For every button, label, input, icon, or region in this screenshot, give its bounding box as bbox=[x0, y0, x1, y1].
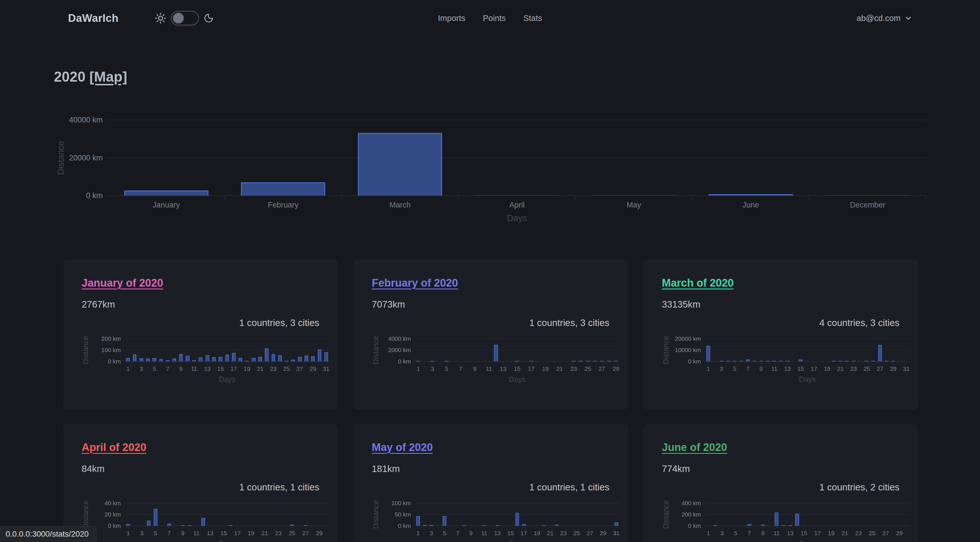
x-tick-label: 23 bbox=[570, 366, 577, 372]
y-tick-label: 100 km bbox=[391, 500, 411, 507]
x-tick-label: 27 bbox=[302, 530, 309, 537]
x-tick-label: 19 bbox=[243, 366, 250, 372]
x-tick-label: 15 bbox=[220, 530, 227, 537]
month-link-april[interactable]: April of 2020 bbox=[82, 441, 146, 453]
bar-day-28 bbox=[885, 361, 888, 361]
y-axis-title: Distance bbox=[371, 500, 380, 529]
x-tick bbox=[735, 361, 735, 364]
bar-day-12 bbox=[779, 361, 783, 361]
x-tick bbox=[523, 526, 524, 528]
x-tick bbox=[446, 361, 447, 364]
x-tick bbox=[460, 361, 461, 364]
theme-toggle-switch[interactable] bbox=[171, 11, 199, 25]
x-tick-label: 17 bbox=[520, 530, 527, 537]
y-tick-label: 0 km bbox=[108, 358, 121, 365]
bar-day-12 bbox=[494, 345, 498, 361]
daily-distance-chart-april: 0 km20 km40 km1357911131517192123252729D… bbox=[125, 503, 329, 526]
x-tick bbox=[708, 526, 709, 528]
daily-distance-chart-june: 0 km200 km400 km135791113151719212325272… bbox=[705, 503, 910, 526]
x-tick bbox=[602, 361, 602, 364]
bar-day-1 bbox=[416, 516, 420, 526]
x-tick-label: 5 bbox=[153, 366, 156, 372]
y-tick-label: 0 km bbox=[108, 523, 121, 529]
bar-day-3 bbox=[140, 358, 143, 361]
bar-day-2 bbox=[133, 354, 137, 361]
x-tick bbox=[458, 196, 459, 199]
x-tick-label: 21 bbox=[837, 366, 843, 372]
y-tick-label: 0 km bbox=[398, 358, 411, 365]
nav-item-imports[interactable]: Imports bbox=[438, 14, 465, 23]
x-tick-label: 23 bbox=[275, 530, 282, 537]
x-tick bbox=[264, 526, 265, 528]
nav-item-stats[interactable]: Stats bbox=[523, 14, 542, 23]
x-tick bbox=[142, 526, 142, 528]
x-tick bbox=[471, 526, 471, 528]
sun-icon bbox=[155, 13, 166, 24]
y-tick-label: 20 km bbox=[105, 511, 121, 518]
x-tick bbox=[845, 526, 845, 528]
x-tick bbox=[141, 361, 142, 364]
x-tick bbox=[748, 361, 748, 364]
x-tick bbox=[790, 526, 791, 528]
x-tick-label: 3 bbox=[431, 366, 434, 372]
x-tick-label: 9 bbox=[469, 530, 473, 537]
app-logo[interactable]: DaWarIch bbox=[68, 12, 119, 24]
x-tick-label: 23 bbox=[560, 530, 566, 537]
bar-day-22 bbox=[265, 348, 269, 361]
bar-day-27 bbox=[298, 357, 302, 361]
x-tick bbox=[926, 196, 926, 199]
x-tick bbox=[545, 361, 546, 364]
map-link[interactable]: [Map] bbox=[89, 69, 127, 85]
x-axis-title: Days bbox=[219, 539, 235, 542]
x-tick-label: 11 bbox=[486, 366, 492, 372]
bar-day-20 bbox=[832, 361, 836, 361]
bar-day-21 bbox=[258, 357, 262, 361]
x-axis-title: Days bbox=[799, 539, 816, 542]
x-tick-label: 11 bbox=[191, 366, 197, 372]
y-tick-label: 0 km bbox=[398, 523, 411, 529]
gridline bbox=[705, 514, 910, 515]
month-distance: 7073km bbox=[372, 299, 405, 310]
gridline bbox=[125, 339, 329, 339]
x-tick bbox=[210, 526, 210, 528]
month-link-may[interactable]: May of 2020 bbox=[372, 441, 433, 453]
bar-day-6 bbox=[740, 361, 743, 361]
x-tick-label: 23 bbox=[855, 530, 862, 537]
x-tick bbox=[341, 196, 342, 199]
x-tick-label: 29 bbox=[310, 366, 316, 372]
nav-item-points[interactable]: Points bbox=[483, 14, 506, 23]
y-tick-label: 200 km bbox=[681, 511, 701, 518]
gridline bbox=[125, 503, 329, 504]
x-tick-label: 27 bbox=[883, 530, 889, 537]
month-summary: 1 countries, 2 cities bbox=[819, 482, 899, 493]
month-summary: 1 countries, 1 cities bbox=[530, 482, 609, 493]
x-tick bbox=[692, 196, 692, 199]
month-link-june[interactable]: June of 2020 bbox=[662, 441, 727, 453]
x-tick-label: 1 bbox=[706, 366, 710, 372]
x-tick bbox=[278, 526, 279, 528]
x-tick bbox=[237, 526, 238, 528]
x-tick bbox=[194, 361, 194, 364]
y-tick-label: 4000 km bbox=[388, 335, 411, 342]
y-tick-label: 40 km bbox=[105, 500, 121, 507]
x-tick-label: 29 bbox=[890, 366, 896, 372]
month-link-february[interactable]: February of 2020 bbox=[372, 277, 458, 289]
x-tick-label: 9 bbox=[181, 530, 185, 537]
x-tick-label: May bbox=[627, 201, 641, 210]
x-tick-label: 7 bbox=[748, 530, 751, 537]
month-link-january[interactable]: January of 2020 bbox=[82, 277, 163, 289]
x-tick-label: 17 bbox=[814, 530, 821, 537]
bar-day-18 bbox=[239, 358, 242, 361]
x-tick-label: 9 bbox=[473, 366, 477, 372]
bar-day-15 bbox=[219, 357, 222, 361]
y-tick-label: 20000 km bbox=[675, 335, 701, 342]
x-tick bbox=[207, 361, 208, 364]
y-axis-title: Distance bbox=[662, 335, 670, 364]
x-tick-label: 27 bbox=[598, 366, 605, 372]
month-link-march[interactable]: March of 2020 bbox=[662, 277, 733, 289]
x-tick-label: 3 bbox=[140, 530, 143, 537]
user-menu[interactable]: ab@cd.com bbox=[857, 14, 913, 23]
x-axis-title: Days bbox=[509, 539, 525, 542]
x-tick bbox=[223, 526, 224, 528]
bar-day-13 bbox=[205, 355, 209, 361]
